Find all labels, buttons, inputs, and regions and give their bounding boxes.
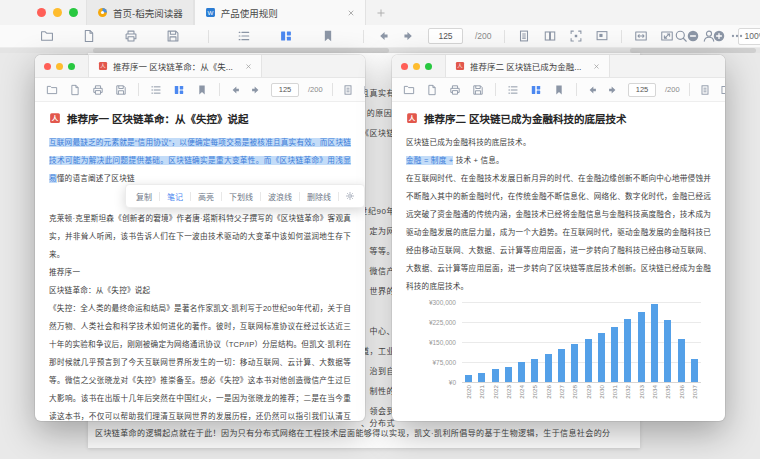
thumbnail-view-button[interactable] <box>530 84 542 96</box>
close-window-button[interactable] <box>37 8 46 17</box>
search-button[interactable] <box>674 29 688 43</box>
paragraph: 互联网最缺乏的元素就是“信用协议”，以便确定每项交易是被核准且真实有效。而区块链… <box>49 134 351 188</box>
prev-page-button[interactable] <box>586 84 598 96</box>
next-page-button[interactable] <box>250 84 262 96</box>
save-button[interactable] <box>115 84 127 96</box>
marquee-icon <box>569 29 583 43</box>
selection-settings-button[interactable] <box>339 191 361 201</box>
close-tab-icon[interactable] <box>593 63 600 70</box>
bookmark-button[interactable] <box>196 84 208 96</box>
chart-bar <box>691 359 698 382</box>
page-number-input[interactable]: 125 <box>271 83 299 97</box>
window-controls <box>401 63 432 70</box>
fit-width-button[interactable] <box>634 29 648 43</box>
account-button[interactable] <box>702 29 716 43</box>
fullscreen-window-button[interactable] <box>425 63 432 70</box>
bookmark-icon <box>196 84 208 96</box>
new-file-button[interactable] <box>426 84 438 96</box>
open-file-button[interactable] <box>46 84 58 96</box>
bookmark-button[interactable] <box>321 29 335 43</box>
selection-wavy-line-button[interactable]: 波浪线 <box>261 191 299 202</box>
bookmark-button[interactable] <box>553 84 565 96</box>
page-total-label: /200 <box>308 85 323 94</box>
two-page-view-button[interactable] <box>543 29 557 43</box>
chart-bar <box>465 375 472 382</box>
paragraph: 区块链革命：从《失控》说起 <box>49 282 351 300</box>
chart-plot-area <box>462 302 701 382</box>
arrow-right-icon <box>402 29 416 43</box>
thumbs-icon <box>530 84 542 96</box>
chart-x-tick-label: 2021 <box>478 385 485 399</box>
open-file-button[interactable] <box>403 84 415 96</box>
close-window-button[interactable] <box>401 63 408 70</box>
close-window-button[interactable] <box>44 63 51 70</box>
selection-strikethrough-button[interactable]: 删除线 <box>300 191 338 202</box>
book-icon <box>363 84 365 96</box>
more-options-button[interactable] <box>730 29 744 43</box>
single-page-button[interactable] <box>699 84 711 96</box>
chart-y-tick-label: ¥225,000 <box>429 319 456 326</box>
board-icon <box>595 29 609 43</box>
page-number-input[interactable]: 125 <box>428 28 463 44</box>
minimize-window-button[interactable] <box>53 8 62 17</box>
pdf-window-one: 推荐序一 区块链革命：从《失... 125/200 推荐序一 区块链革命：从《失… <box>35 55 365 421</box>
print-button[interactable] <box>92 84 104 96</box>
page-number-input[interactable]: 125 <box>628 83 656 97</box>
save-button[interactable] <box>472 84 484 96</box>
two-page-view-button[interactable] <box>720 84 725 96</box>
clip-button[interactable] <box>595 29 609 43</box>
minimize-window-button[interactable] <box>413 63 420 70</box>
prev-page-button[interactable] <box>376 29 390 43</box>
print-button[interactable] <box>124 29 138 43</box>
close-tab-icon[interactable] <box>347 9 355 17</box>
minimize-window-button[interactable] <box>56 63 63 70</box>
chart-bar <box>571 344 578 382</box>
chart-x-tick-label: 2032 <box>624 385 631 399</box>
window-controls <box>0 8 86 17</box>
tab-home[interactable]: 首页-稻壳阅读器 <box>86 0 194 25</box>
toolbar-divider <box>689 83 690 96</box>
paragraph: 《失控：全人类的最终命运和结局》是著名作家凯文·凯利写于20世纪90年代初，关于… <box>49 300 351 421</box>
more-icon <box>730 29 744 43</box>
two-page-view-button[interactable] <box>363 84 365 96</box>
save-button[interactable] <box>166 29 180 43</box>
outline-button[interactable] <box>507 84 519 96</box>
thumbnail-view-button[interactable] <box>279 29 293 43</box>
fullscreen-window-button[interactable] <box>69 8 78 17</box>
open-file-button[interactable] <box>40 29 54 43</box>
single-page-button[interactable] <box>517 29 531 43</box>
new-tab-button[interactable] <box>376 8 386 18</box>
selection-copy-button[interactable]: 复制 <box>129 191 159 202</box>
chart-bar <box>518 362 525 382</box>
fit-page-button[interactable] <box>660 29 674 43</box>
outline-button[interactable] <box>237 29 251 43</box>
main-titlebar: 首页-稻壳阅读器 产品使用规则 <box>0 0 760 26</box>
pdf-tab[interactable]: 推荐序一 区块链革命：从《失... <box>88 55 262 77</box>
document-title: 推荐序一 区块链革命：从《失控》说起 <box>49 110 351 126</box>
selection-highlight-button[interactable]: 高亮 <box>191 191 221 202</box>
paragraph: 推荐序一 <box>49 264 351 282</box>
tab-document[interactable]: 产品使用规则 <box>194 0 366 25</box>
folder-icon <box>403 84 415 96</box>
highlighted-text[interactable]: 金融 = 制度 + <box>406 156 453 165</box>
fullscreen-window-button[interactable] <box>68 63 75 70</box>
document-title: 推荐序二 区块链已成为金融科技的底层技术 <box>406 110 711 126</box>
new-file-button[interactable] <box>69 84 81 96</box>
close-tab-icon[interactable] <box>245 63 252 70</box>
pdf-window-two-toolbar: 125/200 <box>392 78 725 102</box>
thumbnail-view-button[interactable] <box>173 84 185 96</box>
prev-page-button[interactable] <box>229 84 241 96</box>
new-file-button[interactable] <box>82 29 96 43</box>
single-page-button[interactable] <box>342 84 354 96</box>
chart-bar <box>664 320 671 382</box>
selection-note-button[interactable]: 笔记 <box>160 191 190 202</box>
fit-screen-icon <box>660 29 674 43</box>
selection-underline-button[interactable]: 下划线 <box>222 191 260 202</box>
outline-button[interactable] <box>150 84 162 96</box>
pdf-tab[interactable]: 推荐序二 区块链已成为金融... <box>445 55 610 77</box>
snapshot-button[interactable] <box>569 29 583 43</box>
next-page-button[interactable] <box>402 29 416 43</box>
next-page-button[interactable] <box>607 84 619 96</box>
toolbar-divider <box>332 83 333 96</box>
print-button[interactable] <box>449 84 461 96</box>
